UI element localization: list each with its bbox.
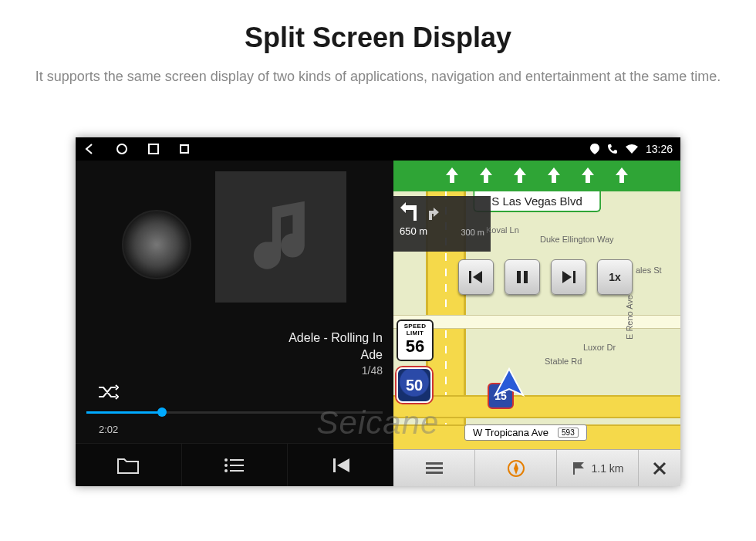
music-pane: Adele - Rolling In Ade 1/48 2:02 [76,161,393,486]
bottom-street-sign: W Tropicana Ave 593 [464,424,587,441]
page-description: It supports the same screen display of t… [0,54,756,87]
map-menu-button[interactable] [393,450,475,486]
status-bar: 13:26 [76,137,680,161]
lane-arrow-icon [546,166,562,186]
svg-point-8 [224,469,228,472]
progress-bar[interactable] [76,404,393,421]
svg-rect-17 [426,472,443,474]
current-street-sign: S Las Vegas Blvd [473,191,601,212]
cross-street [393,315,680,329]
map-bottom-bar: 1.1 km [393,449,680,486]
svg-rect-5 [230,459,244,461]
street-label-duke: Duke Ellington Way [540,235,614,244]
speed-limit-sign: SPEED LIMIT 56 [397,320,434,361]
album-art-placeholder [215,171,346,303]
lane-arrow-icon [512,166,528,186]
playlist-button[interactable] [182,444,289,486]
map-compass-button[interactable] [475,450,557,486]
street-label-koval: Koval Ln [486,225,519,235]
map-speed-button[interactable]: 1x [597,259,633,295]
svg-rect-11 [469,271,471,283]
svg-rect-10 [333,458,336,472]
wifi-icon [626,144,638,154]
shuffle-icon[interactable] [97,384,119,404]
svg-rect-15 [426,462,443,465]
vehicle-cursor-icon [492,367,526,401]
street-label-reno: E Reno Ave [625,295,634,340]
lane-arrow-icon [478,166,494,186]
joystick-knob[interactable] [122,210,191,279]
picture-icon[interactable] [179,144,190,154]
flag-icon [571,461,586,476]
turn-secondary-distance: 650 m [400,225,427,237]
svg-rect-12 [517,271,521,283]
bottom-street-tag: 593 [558,428,579,438]
lane-arrow-icon [444,166,460,186]
map-media-controls: 1x [458,259,633,295]
svg-rect-19 [573,462,575,475]
turn-left-icon [400,201,421,222]
back-icon[interactable] [83,143,96,155]
speed-limit-label: SPEED LIMIT [398,323,432,336]
svg-rect-13 [524,271,528,283]
remaining-distance: 1.1 km [591,462,623,475]
location-icon [590,144,599,154]
previous-button[interactable] [288,444,393,486]
track-counter: 1/48 [76,363,383,379]
svg-rect-9 [230,470,244,472]
route-shield: 50 [397,367,432,403]
speed-limit-value: 56 [398,336,432,357]
device-frame: 13:26 Adele - Rolling In Ade 1/48 [76,137,680,486]
svg-rect-1 [149,144,158,154]
music-note-icon [238,194,323,279]
road-horizontal-1 [393,395,680,418]
street-label-stable: Stable Rd [545,357,582,366]
map-prev-button[interactable] [458,259,494,295]
recent-apps-icon[interactable] [148,144,159,154]
turn-right-small-icon [426,203,440,220]
track-artist: Ade [76,347,383,363]
elapsed-time: 2:02 [76,421,393,443]
svg-rect-7 [230,465,244,466]
svg-point-6 [224,464,228,467]
clock: 13:26 [646,143,673,155]
bottom-street-name: W Tropicana Ave [473,427,548,438]
map-next-button[interactable] [551,259,586,295]
map-pause-button[interactable] [505,259,540,295]
map-close-button[interactable] [639,450,680,486]
lane-arrow-icon [580,166,596,186]
svg-rect-3 [181,146,187,152]
svg-rect-16 [426,467,443,469]
folder-button[interactable] [76,444,182,486]
page-title: Split Screen Display [0,0,756,54]
svg-point-4 [224,458,228,462]
map-distance-cell[interactable]: 1.1 km [557,450,639,486]
street-label-ales: ales St [636,265,662,275]
lane-guidance-bar [393,161,680,191]
phone-icon [607,144,618,154]
street-label-luxor: Luxor Dr [583,343,616,352]
svg-rect-14 [573,271,575,283]
track-title: Adele - Rolling In [76,330,383,347]
svg-point-0 [117,144,127,154]
turn-instruction-box: 650 m 300 m [393,196,491,252]
home-icon[interactable] [116,143,128,155]
turn-primary-distance: 300 m [461,228,484,237]
navigation-pane: S Las Vegas Blvd 650 m 300 m [393,161,680,486]
lane-arrow-icon [614,166,629,186]
music-bottom-bar [76,443,393,486]
